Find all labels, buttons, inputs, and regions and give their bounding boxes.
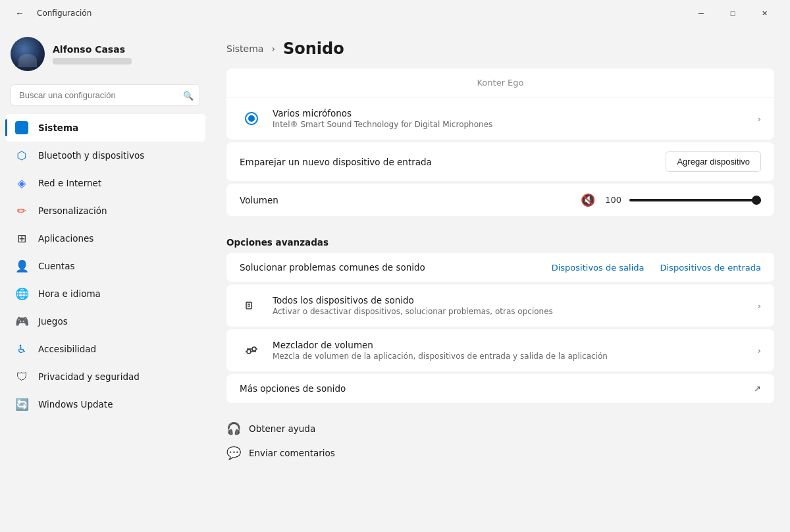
- sidebar-item-hora[interactable]: 🌐 Hora e idioma: [5, 280, 205, 307]
- sidebar-label-sistema: Sistema: [38, 122, 78, 133]
- breadcrumb-current: Sonido: [283, 40, 344, 58]
- mic-primary-right: ›: [758, 114, 761, 124]
- input-devices-link[interactable]: Dispositivos de entrada: [660, 263, 762, 273]
- help-item-feedback[interactable]: 💬 Enviar comentarios: [226, 440, 774, 465]
- sidebar-item-cuentas[interactable]: 👤 Cuentas: [5, 252, 205, 280]
- volume-controls: 🔇 100: [581, 193, 761, 207]
- maximize-button[interactable]: □: [718, 3, 748, 24]
- gaming-icon: 🎮: [14, 314, 29, 329]
- bluetooth-icon: ⬡: [14, 148, 29, 163]
- sidebar-label-privacidad: Privacidad y seguridad: [38, 371, 140, 382]
- user-name: Alfonso Casas: [53, 44, 132, 55]
- sidebar-item-update[interactable]: 🔄 Windows Update: [5, 390, 205, 418]
- mixer-icon: [240, 338, 263, 362]
- footer-help: 🎧 Obtener ayuda 💬 Enviar comentarios: [226, 406, 774, 470]
- sidebar: Alfonso Casas 🔍 Sistema ⬡ Bluetooth y di…: [0, 26, 211, 532]
- mic-primary-subtitle: Intel® Smart Sound Technology for Digita…: [273, 120, 747, 129]
- volume-mixer-subtitle: Mezcla de volumen de la aplicación, disp…: [273, 352, 747, 361]
- sistema-icon: [14, 120, 29, 135]
- personalization-icon: ✏: [14, 203, 29, 218]
- all-devices-row[interactable]: Todos los dispositivos de sonido Activar…: [226, 284, 774, 327]
- user-subtitle: [53, 58, 132, 65]
- all-devices-title: Todos los dispositivos de sonido: [273, 295, 747, 306]
- add-device-button[interactable]: Agregar dispositivo: [666, 151, 761, 172]
- sidebar-label-juegos: Juegos: [38, 316, 68, 327]
- feedback-icon: 💬: [226, 446, 241, 460]
- mute-icon[interactable]: 🔇: [581, 193, 595, 207]
- sidebar-item-sistema[interactable]: Sistema: [5, 114, 205, 142]
- privacy-icon: 🛡: [14, 369, 29, 384]
- volume-mixer-chevron: ›: [758, 346, 761, 356]
- window-controls: ─ □ ✕: [686, 3, 779, 24]
- troubleshoot-links: Dispositivos de salida Dispositivos de e…: [552, 263, 761, 273]
- sidebar-label-red: Red e Internet: [38, 178, 101, 188]
- apps-icon: ⊞: [14, 231, 29, 246]
- main-content: Sistema › Sonido Konter Ego Varios micró…: [211, 26, 790, 532]
- sound-devices-card: Todos los dispositivos de sonido Activar…: [226, 284, 774, 327]
- sidebar-item-bluetooth[interactable]: ⬡ Bluetooth y dispositivos: [5, 142, 205, 169]
- accounts-icon: 👤: [14, 259, 29, 273]
- troubleshoot-label: Solucionar problemas comunes de sonido: [240, 262, 552, 273]
- mic-primary-row[interactable]: Varios micrófonos Intel® Smart Sound Tec…: [226, 97, 774, 140]
- close-button[interactable]: ✕: [749, 3, 779, 24]
- volume-slider[interactable]: [629, 199, 761, 201]
- help-icon: 🎧: [226, 421, 241, 435]
- volume-row: Volumen 🔇 100: [226, 184, 774, 216]
- external-link-icon: ↗: [754, 384, 761, 394]
- breadcrumb-parent[interactable]: Sistema: [226, 43, 263, 54]
- user-profile: Alfonso Casas: [5, 26, 205, 82]
- mic-primary-title: Varios micrófonos: [273, 108, 747, 119]
- volume-mixer-title: Mezclador de volumen: [273, 340, 747, 350]
- output-devices-link[interactable]: Dispositivos de salida: [552, 263, 645, 273]
- help-label: Obtener ayuda: [249, 423, 315, 434]
- sidebar-label-bluetooth: Bluetooth y dispositivos: [38, 150, 144, 161]
- app-title: Configuración: [37, 9, 92, 18]
- all-devices-subtitle: Activar o desactivar dispositivos, soluc…: [273, 307, 747, 316]
- sidebar-item-accesibilidad[interactable]: ♿ Accesibilidad: [5, 335, 205, 363]
- sidebar-nav: Sistema ⬡ Bluetooth y dispositivos ◈ Red…: [5, 114, 205, 418]
- sidebar-item-juegos[interactable]: 🎮 Juegos: [5, 307, 205, 335]
- help-item-help[interactable]: 🎧 Obtener ayuda: [226, 416, 774, 440]
- search-input[interactable]: [11, 84, 200, 106]
- sidebar-label-accesibilidad: Accesibilidad: [38, 344, 96, 354]
- update-icon: 🔄: [14, 397, 29, 412]
- page-header: Sistema › Sonido: [226, 26, 774, 68]
- volume-mixer-row[interactable]: Mezclador de volumen Mezcla de volumen d…: [226, 329, 774, 371]
- advanced-section-heading: Opciones avanzadas: [226, 226, 774, 253]
- mic-primary-chevron: ›: [758, 114, 761, 124]
- sidebar-label-personalizacion: Personalización: [38, 205, 107, 216]
- avatar: [11, 37, 45, 71]
- mic-top-label: Konter Ego: [477, 78, 523, 88]
- sidebar-label-cuentas: Cuentas: [38, 261, 74, 271]
- mic-radio-icon: [240, 107, 263, 130]
- mic-primary-content: Varios micrófonos Intel® Smart Sound Tec…: [273, 108, 747, 129]
- all-devices-right: ›: [758, 301, 761, 311]
- sidebar-label-hora: Hora e idioma: [38, 288, 101, 299]
- mic-top-row[interactable]: Konter Ego: [226, 68, 774, 97]
- search-icon: 🔍: [183, 90, 194, 100]
- all-devices-chevron: ›: [758, 301, 761, 311]
- sidebar-item-personalizacion[interactable]: ✏ Personalización: [5, 197, 205, 225]
- minimize-button[interactable]: ─: [686, 3, 716, 24]
- troubleshoot-row[interactable]: Solucionar problemas comunes de sonido D…: [226, 253, 774, 282]
- svg-rect-0: [246, 302, 251, 309]
- svg-point-6: [252, 347, 256, 351]
- more-options-row[interactable]: Más opciones de sonido ↗: [226, 374, 774, 403]
- speaker-icon: [240, 294, 263, 317]
- volume-number: 100: [603, 195, 621, 205]
- sidebar-item-privacidad[interactable]: 🛡 Privacidad y seguridad: [5, 363, 205, 390]
- feedback-label: Enviar comentarios: [249, 448, 335, 458]
- breadcrumb-chevron: ›: [271, 43, 275, 54]
- sidebar-label-update: Windows Update: [38, 399, 113, 410]
- mic-top-card: Konter Ego Varios micrófonos Intel® Smar…: [226, 68, 774, 140]
- sidebar-item-red[interactable]: ◈ Red e Internet: [5, 169, 205, 197]
- app-container: Alfonso Casas 🔍 Sistema ⬡ Bluetooth y di…: [0, 26, 790, 532]
- more-options-label: Más opciones de sonido: [240, 383, 754, 394]
- back-button[interactable]: ←: [11, 4, 29, 22]
- volume-mixer-content: Mezclador de volumen Mezcla de volumen d…: [273, 340, 747, 361]
- volume-label: Volumen: [240, 195, 581, 205]
- svg-point-3: [247, 350, 251, 354]
- all-devices-content: Todos los dispositivos de sonido Activar…: [273, 295, 747, 316]
- pair-input-label: Emparejar un nuevo dispositivo de entrad…: [240, 157, 666, 167]
- sidebar-item-aplicaciones[interactable]: ⊞ Aplicaciones: [5, 225, 205, 252]
